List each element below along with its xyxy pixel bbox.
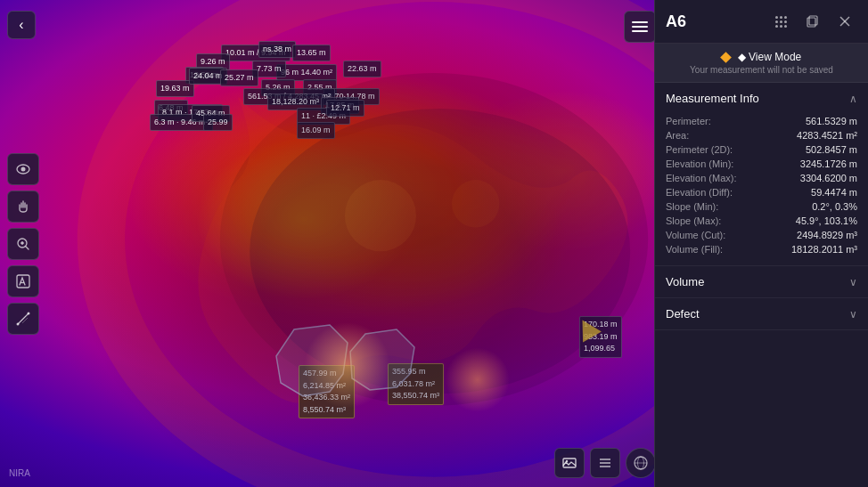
svg-point-4 (452, 180, 499, 227)
measurement-row: Slope (Max): 45.9°, 103.1% (666, 214, 857, 228)
meas-row-label: Perimeter: (666, 116, 711, 126)
volume-section-toggle[interactable] (849, 276, 857, 288)
meas-row-value: 3304.6200 m (800, 173, 857, 183)
volume-section: Volume (655, 266, 868, 298)
svg-point-18 (28, 312, 30, 314)
label-561: 561.53 m / 4,283.45 m² (243, 88, 335, 105)
right-panel: A6 (654, 0, 868, 487)
meas-row-value: 4283.4521 m² (797, 130, 857, 141)
meas-row-label: Volume (Cut): (666, 230, 725, 240)
logo: NIRA (9, 468, 30, 478)
measurement-info-section: Measurement Info Perimeter: 561.5329 m A… (655, 83, 868, 266)
eye-icon (16, 162, 30, 176)
label-25-27: 25.27 m (220, 69, 258, 86)
label-1: 10.01 m / 9.94 m (221, 45, 291, 61)
copy-icon (807, 15, 819, 28)
left-toolbar (7, 153, 39, 335)
meas-row-value: 502.8457 m (806, 144, 857, 155)
measurement-row: Perimeter (2D): 502.8457 m (666, 142, 857, 157)
bottom-right-controls (554, 448, 656, 478)
label-4: 10.50 m (185, 67, 224, 84)
view-mode-subtitle: Your measurement will not be saved (666, 65, 857, 75)
meas-row-value: 561.5329 m (806, 116, 857, 126)
eye-btn[interactable] (7, 153, 39, 185)
label-6-3: 6.3 m · 9.46 m² (150, 114, 213, 131)
label-7-73: 7.73 m (252, 61, 286, 77)
measurement-rows: Perimeter: 561.5329 m Area: 4283.4521 m²… (666, 114, 857, 256)
meas-row-value: 18128.2011 m³ (791, 244, 857, 255)
label-18128: 18,128.20 m³ (267, 93, 323, 110)
list-button[interactable] (590, 448, 620, 478)
svg-point-17 (17, 322, 20, 325)
meas-row-value: 45.9°, 103.1% (796, 215, 857, 226)
menu-button-area (624, 11, 656, 43)
polygon-overlay (267, 321, 446, 436)
hamburger-button[interactable] (624, 11, 656, 43)
close-icon (839, 16, 850, 27)
svg-point-10 (21, 166, 26, 171)
measure-icon (16, 312, 30, 326)
label-6: 96 m 14.40 m² (276, 64, 337, 81)
svg-point-20 (566, 460, 568, 462)
measurement-info-toggle[interactable] (849, 93, 857, 105)
panel-header: A6 (655, 0, 868, 44)
label-12-71: 12.71 m (326, 100, 364, 117)
label-3: 9.26 m (196, 53, 230, 70)
hand-icon (16, 199, 30, 214)
svg-point-2 (250, 109, 630, 394)
measurement-row: Perimeter: 561.5329 m (666, 114, 857, 128)
defect-section: Defect (655, 298, 868, 330)
measurement-row: Elevation (Diff): 59.4474 m (666, 185, 857, 199)
svg-marker-6 (350, 329, 414, 390)
zoom-btn[interactable] (7, 228, 39, 260)
label-17-85: 17.85 m (321, 97, 359, 114)
measurement-row: Elevation (Min): 3245.1726 m (666, 157, 857, 171)
label-6-48: 6.48 m (154, 100, 188, 117)
meas-row-label: Perimeter (2D): (666, 144, 733, 155)
gallery-button[interactable] (554, 448, 585, 478)
meas-row-value: 59.4474 m (811, 187, 857, 198)
measurement-row: Volume (Fill): 18128.2011 m³ (666, 242, 857, 256)
panel-content[interactable]: Measurement Info Perimeter: 561.5329 m A… (655, 83, 868, 487)
meas-row-label: Area: (666, 130, 689, 141)
defect-section-toggle[interactable] (849, 308, 857, 321)
measurement-info-header[interactable]: Measurement Info (655, 83, 868, 114)
measurement-row: Area: 4283.4521 m² (666, 128, 857, 142)
volume-section-title: Volume (666, 275, 704, 288)
polygon-label-2: 355.95 m6,031.78 m²38,550.74 m³ (388, 363, 444, 405)
label-5: 13.65 m (292, 45, 331, 61)
label-25-99: 25.99 (203, 114, 233, 131)
view-mode-banner: ◆ View Mode Your measurement will not be… (655, 44, 868, 83)
sphere-button[interactable] (626, 448, 656, 478)
ham-line-2 (632, 26, 648, 28)
grid-icon (775, 16, 786, 27)
measurement-info-content: Perimeter: 561.5329 m Area: 4283.4521 m²… (655, 114, 868, 265)
label-45-64: 45.64 m (192, 105, 230, 122)
meas-row-value: 0.2°, 0.3% (812, 201, 857, 212)
label-7: 22.63 m (343, 61, 381, 77)
back-button[interactable]: ‹ (7, 11, 36, 39)
ham-line-3 (632, 30, 648, 32)
meas-row-label: Elevation (Max): (666, 173, 736, 183)
meas-row-label: Slope (Max): (666, 215, 721, 226)
gallery-icon (562, 456, 577, 470)
close-button[interactable] (832, 9, 857, 34)
label-5-26: 5.26 m (261, 79, 295, 96)
diamond-icon (720, 52, 732, 63)
draw-icon (16, 274, 30, 288)
meas-row-label: Elevation (Min): (666, 158, 733, 169)
measure-btn[interactable] (7, 303, 39, 335)
meas-row-label: Slope (Min): (666, 201, 718, 212)
label-16-09: 16.09 m (297, 122, 335, 139)
grid-view-button[interactable] (768, 9, 793, 34)
draw-btn[interactable] (7, 265, 39, 297)
tooltip-label: 170.18 m983.19 m1,099.65 (579, 316, 622, 358)
defect-section-header[interactable]: Defect (655, 298, 868, 329)
copy-button[interactable] (800, 9, 825, 34)
pointer-indicator (573, 314, 602, 342)
volume-section-header[interactable]: Volume (655, 266, 868, 297)
panel-title: A6 (666, 12, 686, 31)
svg-point-1 (220, 73, 648, 406)
polygon-label-1: 457.99 m6,214.85 m²36,436.33 m²8,550.74 … (299, 365, 355, 418)
pan-btn[interactable] (7, 191, 39, 223)
